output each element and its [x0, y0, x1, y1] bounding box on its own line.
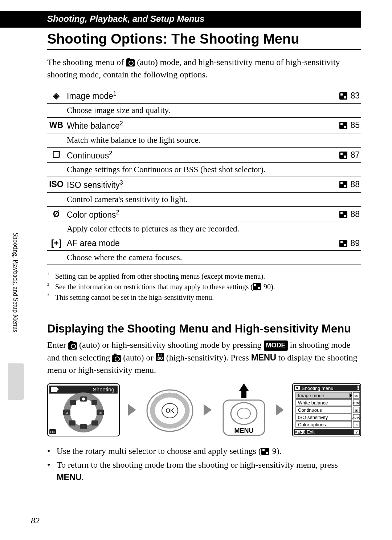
section-title: Displaying the Shooting Menu and High-se… [47, 322, 361, 335]
mode-button-label: MODE [264, 340, 288, 350]
page-ref-icon [339, 152, 347, 159]
svg-text:Color options: Color options [298, 422, 326, 427]
ok-dial: OK [144, 384, 195, 435]
option-page-ref: 83 [328, 88, 361, 103]
option-page-ref: 85 [328, 117, 361, 133]
option-icon: ❐ [47, 147, 65, 163]
svg-text:Exit: Exit [307, 429, 315, 435]
svg-text:AUTO: AUTO [352, 416, 360, 419]
breadcrumb: Shooting, Playback, and Setup Menus [0, 11, 361, 28]
instruction-flow: Shooting Hi ☺ OK OK [47, 383, 361, 437]
svg-text:MENU: MENU [294, 430, 305, 434]
shooting-menu-panel: Shooting menu Image mode9MWhite balanceA… [292, 383, 361, 437]
side-tab [8, 363, 24, 400]
instruction-bullets: •Use the rotary multi selector to choose… [47, 445, 361, 484]
option-name: Continuous2 [65, 147, 328, 163]
footnotes: 1Setting can be applied from other shoot… [47, 271, 361, 302]
side-section-label: Shooting, Playback, and Setup Menus [12, 233, 19, 332]
option-name: Image mode1 [65, 88, 328, 103]
svg-text:MENU: MENU [234, 427, 253, 434]
svg-text:OK: OK [166, 408, 174, 414]
svg-rect-11 [69, 420, 75, 426]
option-icon: ISO [47, 177, 65, 193]
svg-text:AUTO: AUTO [352, 402, 360, 405]
option-desc: Choose where the camera focuses. [65, 251, 361, 265]
page-ref-icon [253, 283, 261, 290]
option-name: Color options2 [65, 206, 328, 222]
svg-rect-12 [91, 420, 98, 426]
svg-point-6 [82, 398, 85, 400]
svg-text:Shooting: Shooting [93, 386, 114, 392]
svg-text:?: ? [355, 430, 358, 434]
svg-rect-29 [241, 390, 246, 398]
svg-rect-14 [70, 400, 76, 405]
page-ref-icon [339, 240, 347, 247]
menu-word: MENU [57, 472, 82, 482]
camera-icon [126, 59, 135, 67]
footnote-num: 2 [47, 282, 55, 292]
camera-icon [68, 342, 77, 350]
option-icon: Ø [47, 206, 65, 222]
footnote-text: This setting cannot be set in the high-s… [55, 293, 214, 302]
page-ref-icon [339, 122, 347, 129]
arrow-icon [128, 404, 136, 416]
svg-rect-3 [51, 387, 57, 392]
bullet-text: Use the rotary multi selector to choose … [57, 445, 282, 458]
svg-text:Hi: Hi [99, 411, 102, 415]
option-desc: Choose image size and quality. [65, 103, 361, 117]
page-ref-icon [339, 211, 347, 218]
arrow-icon [204, 404, 212, 416]
svg-text:White balance: White balance [298, 400, 328, 406]
page-ref-icon [261, 448, 269, 455]
option-page-ref: 88 [328, 177, 361, 193]
option-desc: Control camera's sensitivity to light. [65, 192, 361, 206]
option-name: AF area mode [65, 236, 328, 251]
footnote-num: 3 [47, 293, 55, 302]
intro-text: The shooting menu of (auto) mode, and hi… [47, 56, 361, 81]
svg-rect-13 [80, 424, 87, 429]
svg-rect-39 [358, 386, 359, 388]
svg-rect-15 [91, 400, 97, 405]
option-icon: [+] [47, 236, 65, 251]
page-title: Shooting Options: The Shooting Menu [47, 28, 361, 50]
option-page-ref: 87 [328, 147, 361, 163]
footnote-text: Setting can be applied from other shooti… [55, 271, 265, 281]
options-table: ◈Image mode1 83Choose image size and qua… [47, 88, 361, 265]
svg-point-32 [237, 408, 250, 419]
arrow-icon [276, 404, 284, 416]
page-ref-icon [339, 181, 347, 188]
mode-select-screen: Shooting Hi ☺ OK [47, 383, 120, 437]
option-page-ref: 88 [328, 206, 361, 222]
page-ref-icon [339, 92, 347, 100]
option-icon: WB [47, 117, 65, 133]
option-name: White balance2 [65, 117, 328, 133]
option-page-ref: 89 [328, 236, 361, 251]
option-name: ISO sensitivity3 [65, 177, 328, 193]
svg-text:Continuous: Continuous [298, 407, 322, 413]
svg-text:Image mode: Image mode [298, 393, 324, 398]
option-icon: ◈ [47, 88, 65, 103]
footnote-num: 1 [47, 271, 55, 281]
svg-text:ISO sensitivity: ISO sensitivity [298, 415, 328, 420]
footnote-text: See the information on restrictions that… [55, 282, 275, 292]
svg-text:OK: OK [50, 430, 55, 434]
svg-marker-28 [239, 383, 249, 391]
svg-text:⦸: ⦸ [355, 423, 357, 427]
bullet-text: To return to the shooting mode from the … [57, 459, 361, 484]
svg-text:☺: ☺ [65, 411, 69, 415]
menu-press: MENU [220, 383, 268, 437]
svg-text:9M: 9M [354, 394, 358, 398]
option-desc: Apply color effects to pictures as they … [65, 222, 361, 236]
section-body: Enter (auto) or high-sensitivity shootin… [47, 339, 361, 376]
hi-iso-icon: HiISO [156, 353, 164, 361]
svg-text:Shooting menu: Shooting menu [302, 386, 333, 391]
option-desc: Change settings for Continuous or BSS (b… [65, 163, 361, 177]
page-number: 82 [31, 516, 40, 525]
svg-text:▣: ▣ [355, 409, 358, 412]
camera-icon [112, 355, 121, 362]
svg-rect-40 [358, 388, 359, 390]
svg-point-37 [296, 387, 298, 389]
option-desc: Match white balance to the light source. [65, 133, 361, 147]
menu-word: MENU [251, 352, 276, 362]
